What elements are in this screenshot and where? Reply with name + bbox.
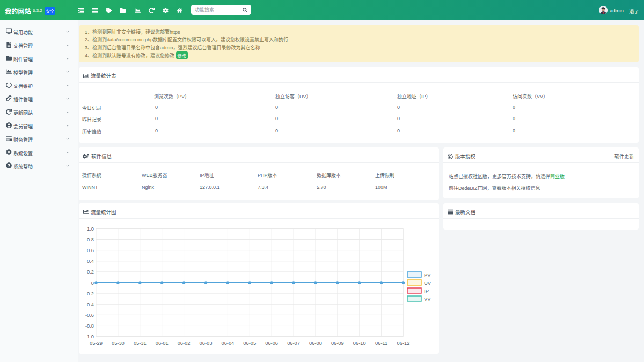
svg-text:-1.0: -1.0: [85, 334, 94, 339]
svg-text:VV: VV: [424, 295, 431, 301]
svg-text:06-05: 06-05: [243, 341, 256, 346]
svg-text:-0.6: -0.6: [85, 312, 94, 317]
svg-text:IP: IP: [424, 287, 429, 293]
svg-text:UV: UV: [424, 279, 431, 285]
svg-text:06-04: 06-04: [221, 341, 234, 346]
svg-text:06-03: 06-03: [200, 341, 213, 346]
svg-text:06-06: 06-06: [265, 341, 278, 346]
svg-text:06-12: 06-12: [397, 341, 410, 346]
svg-text:06-11: 06-11: [375, 341, 387, 346]
svg-text:06-02: 06-02: [178, 341, 191, 346]
svg-text:PV: PV: [424, 271, 431, 277]
svg-text:-0.2: -0.2: [85, 291, 94, 296]
svg-text:06-10: 06-10: [353, 341, 366, 346]
svg-text:06-09: 06-09: [331, 341, 344, 346]
svg-text:05-31: 05-31: [134, 341, 147, 346]
svg-text:05-29: 05-29: [90, 341, 103, 346]
svg-text:0.8: 0.8: [87, 237, 94, 242]
svg-text:-0.4: -0.4: [85, 301, 94, 307]
svg-text:06-01: 06-01: [156, 341, 169, 346]
svg-text:05-30: 05-30: [112, 341, 125, 346]
svg-text:0.6: 0.6: [87, 248, 94, 253]
svg-text:-0.8: -0.8: [85, 323, 94, 328]
svg-text:06-07: 06-07: [287, 341, 300, 346]
svg-text:0.4: 0.4: [87, 258, 94, 264]
svg-text:06-08: 06-08: [309, 341, 322, 346]
svg-text:1.0: 1.0: [87, 226, 94, 232]
svg-text:0: 0: [91, 280, 94, 285]
svg-text:0.2: 0.2: [87, 269, 94, 275]
